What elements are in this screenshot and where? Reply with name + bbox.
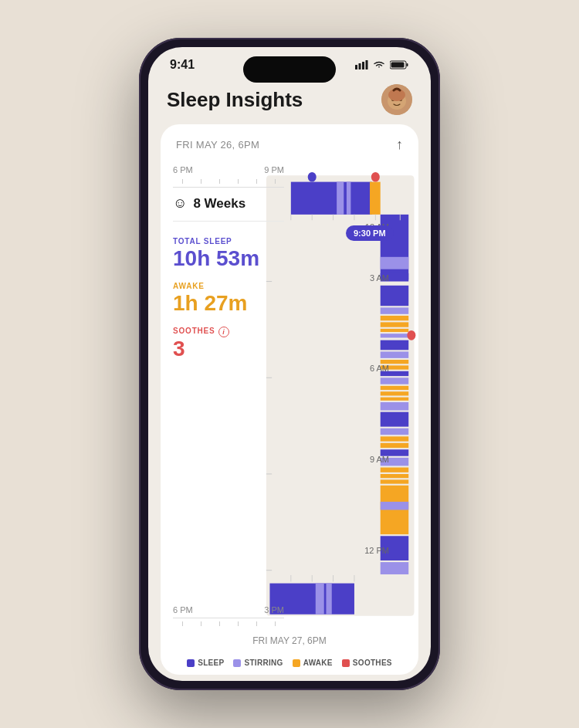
battery-icon: [390, 60, 409, 69]
svg-rect-6: [391, 63, 405, 68]
svg-rect-13: [337, 182, 344, 215]
svg-rect-5: [407, 63, 408, 66]
svg-rect-28: [381, 340, 409, 350]
phone-screen: 9:41: [148, 47, 431, 681]
sleep-legend-label: SLEEP: [198, 659, 224, 667]
svg-rect-26: [381, 334, 409, 337]
status-time: 9:41: [170, 58, 195, 72]
legend-stirring: STIRRING: [233, 659, 283, 667]
share-button[interactable]: ↑: [396, 137, 403, 153]
baby-icon: ☺: [173, 195, 187, 212]
awake-stat: AWAKE 1h 27m: [173, 282, 284, 316]
svg-rect-0: [355, 65, 357, 69]
svg-rect-2: [362, 62, 364, 69]
svg-rect-30: [381, 360, 409, 364]
soothes-info-icon[interactable]: i: [218, 327, 229, 337]
svg-rect-31: [381, 365, 409, 369]
svg-point-17: [371, 172, 380, 182]
stats-section: TOTAL SLEEP 10h 53m AWAKE 1h 27m SOOTHES: [173, 234, 284, 371]
age-value: 8 Weeks: [193, 196, 245, 212]
svg-rect-36: [381, 398, 409, 401]
legend-soothes: SOOTHES: [342, 659, 392, 667]
svg-rect-35: [381, 391, 409, 395]
svg-rect-23: [381, 316, 409, 320]
svg-rect-15: [370, 182, 381, 215]
age-badge: ☺ 8 Weeks: [173, 195, 284, 222]
svg-rect-41: [381, 443, 409, 448]
time-label-6pm-bottom: 6 PM: [173, 605, 193, 615]
soothes-legend-label: SOOTHES: [353, 659, 392, 667]
signal-icon: [355, 60, 368, 69]
svg-rect-49: [381, 536, 409, 560]
bottom-date-label: FRI MAY 27, 6PM: [161, 632, 418, 652]
svg-point-27: [407, 330, 415, 340]
dynamic-island: [243, 56, 336, 83]
legend-sleep: SLEEP: [187, 659, 224, 667]
svg-rect-21: [381, 286, 409, 306]
awake-label: AWAKE: [173, 282, 284, 290]
svg-rect-19: [381, 257, 409, 269]
svg-rect-14: [347, 182, 350, 215]
svg-rect-22: [381, 307, 409, 313]
svg-rect-32: [381, 371, 409, 376]
svg-rect-44: [381, 468, 409, 472]
time-label-9pm: 9 PM: [264, 165, 284, 174]
svg-rect-25: [381, 329, 409, 332]
svg-rect-38: [381, 412, 409, 427]
svg-rect-52: [316, 584, 324, 615]
svg-rect-42: [381, 449, 409, 455]
svg-rect-39: [381, 428, 409, 435]
time-label-6pm: 6 PM: [173, 165, 193, 174]
awake-legend-dot: [293, 659, 300, 667]
svg-rect-50: [381, 562, 409, 574]
svg-rect-29: [381, 351, 409, 357]
avatar[interactable]: [381, 84, 412, 115]
svg-rect-1: [359, 63, 361, 69]
soothes-stat: SOOTHES i 3: [173, 327, 284, 361]
svg-rect-34: [381, 386, 409, 390]
svg-point-16: [308, 172, 317, 182]
status-icons: [355, 60, 409, 69]
soothes-legend-dot: [342, 659, 350, 667]
svg-rect-18: [381, 215, 409, 280]
soothes-value: 3: [173, 337, 284, 361]
svg-rect-45: [381, 474, 409, 478]
total-sleep-label: TOTAL SLEEP: [173, 237, 284, 245]
svg-rect-33: [381, 378, 409, 384]
legend: SLEEP STIRRING AWAKE SOOTHES: [161, 652, 418, 675]
svg-rect-24: [381, 322, 409, 327]
awake-legend-label: AWAKE: [303, 659, 333, 667]
card-header: FRI MAY 26, 6PM ↑: [161, 124, 418, 159]
svg-rect-53: [326, 584, 331, 615]
top-date-label: FRI MAY 26, 6PM: [176, 139, 259, 151]
phone-frame: 9:41: [139, 38, 440, 690]
svg-rect-37: [381, 402, 409, 411]
stirring-legend-dot: [233, 659, 241, 667]
time-label-3pm-bottom: 3 PM: [264, 605, 284, 615]
soothes-label: SOOTHES: [173, 327, 215, 335]
svg-rect-46: [381, 479, 409, 483]
main-card: FRI MAY 26, 6PM ↑ 6 PM 9 PM: [161, 124, 418, 675]
svg-rect-40: [381, 436, 409, 441]
total-sleep-stat: TOTAL SLEEP 10h 53m: [173, 237, 284, 271]
awake-value: 1h 27m: [173, 292, 284, 316]
total-sleep-value: 10h 53m: [173, 247, 284, 271]
svg-rect-20: [381, 273, 409, 282]
svg-rect-3: [366, 60, 368, 69]
svg-point-11: [388, 89, 405, 101]
svg-rect-48: [381, 502, 409, 510]
page-title: Sleep Insights: [167, 88, 303, 112]
legend-awake: AWAKE: [293, 659, 333, 667]
svg-rect-43: [381, 458, 409, 466]
stirring-legend-label: STIRRING: [244, 659, 283, 667]
wifi-icon: [373, 60, 385, 69]
sleep-legend-dot: [187, 659, 195, 667]
svg-rect-12: [291, 182, 372, 215]
